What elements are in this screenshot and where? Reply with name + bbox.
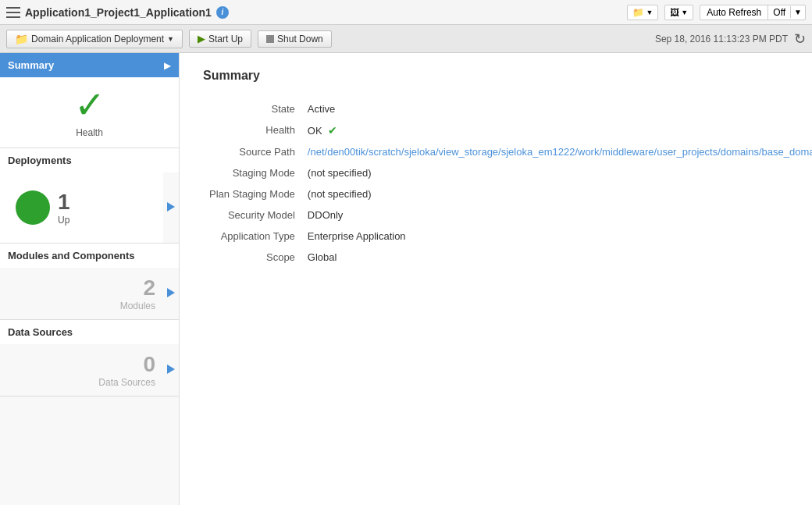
- folder-dropdown-arrow[interactable]: ▼: [646, 9, 653, 16]
- source-path-label: Source Path: [203, 141, 301, 162]
- top-bar: Application1_Project1_Application1 i 📁 ▼…: [0, 0, 812, 25]
- modules-header[interactable]: Modules and Components: [0, 244, 179, 268]
- health-label: Health: [8, 127, 171, 138]
- summary-content: ✓ Health: [0, 77, 179, 148]
- application-type-value: Enterprise Application: [301, 226, 812, 247]
- play-icon: ▶: [198, 33, 205, 44]
- staging-mode-label: Staging Mode: [203, 162, 301, 183]
- plan-staging-label: Plan Staging Mode: [203, 183, 301, 204]
- application-type-label: Application Type: [203, 226, 301, 247]
- security-model-label: Security Model: [203, 204, 301, 226]
- startup-btn[interactable]: ▶ Start Up: [189, 30, 251, 48]
- modules-content: 2 Modules: [0, 268, 163, 319]
- deployments-row: 1 Up: [0, 172, 179, 243]
- modules-row: 2 Modules: [0, 268, 179, 319]
- summary-section: Summary ▶ ✓ Health: [0, 53, 179, 148]
- folder-icon-btn[interactable]: 📁 ▼: [627, 5, 658, 20]
- modules-count: 2: [8, 276, 155, 301]
- modules-arrow[interactable]: [163, 288, 179, 300]
- modules-section: Modules and Components 2 Modules: [0, 244, 179, 320]
- deploy-btn-label: Domain Application Deployment: [31, 34, 164, 44]
- timestamp: Sep 18, 2016 11:13:23 PM PDT: [655, 34, 788, 44]
- source-path-row: Source Path /net/den00tik/scratch/sjelok…: [203, 141, 812, 162]
- datasources-row: 0 Data Sources: [0, 344, 179, 396]
- auto-refresh-group: Auto Refresh Off ▼: [700, 5, 806, 20]
- health-check-mark: ✔: [328, 124, 337, 137]
- shutdown-btn-label: Shut Down: [277, 34, 323, 44]
- deployments-up-label: Up: [58, 215, 70, 226]
- deployments-section: Deployments 1 Up: [0, 148, 179, 244]
- datasources-arrow[interactable]: [163, 365, 179, 376]
- auto-refresh-dropdown[interactable]: ▼: [790, 6, 805, 18]
- folder-deploy-icon: 📁: [15, 33, 28, 45]
- source-path-link[interactable]: /net/den00tik/scratch/sjeloka/view_stora…: [308, 146, 812, 158]
- security-model-value: DDOnly: [301, 204, 812, 226]
- shutdown-btn[interactable]: Shut Down: [258, 30, 332, 48]
- deploy-dropdown-arrow[interactable]: ▼: [167, 35, 174, 43]
- datasources-label: Data Sources: [8, 326, 171, 338]
- content-title: Summary: [203, 69, 789, 83]
- scope-value: Global: [301, 247, 812, 268]
- health-field-value: OK ✔: [301, 119, 812, 141]
- summary-arrow: ▶: [164, 60, 171, 71]
- staging-mode-value: (not specified): [301, 162, 812, 183]
- folder-icon: 📁: [632, 7, 644, 18]
- security-model-row: Security Model DDOnly: [203, 204, 812, 226]
- scope-label: Scope: [203, 247, 301, 268]
- state-row: State Active: [203, 98, 812, 119]
- app-title: Application1_Project1_Application1: [25, 6, 212, 19]
- datasources-section: Data Sources 0 Data Sources: [0, 320, 179, 397]
- image-dropdown-arrow[interactable]: ▼: [681, 9, 688, 16]
- health-row: Health OK ✔: [203, 119, 812, 141]
- deployments-label: Deployments: [8, 155, 171, 166]
- top-bar-right: 📁 ▼ 🖼 ▼ Auto Refresh Off ▼: [627, 5, 806, 20]
- image-icon: 🖼: [670, 7, 679, 18]
- state-value: Active: [301, 98, 812, 119]
- modules-label: Modules and Components: [8, 250, 171, 261]
- top-bar-left: Application1_Project1_Application1 i: [6, 6, 627, 19]
- staging-mode-row: Staging Mode (not specified): [203, 162, 812, 183]
- sidebar: Summary ▶ ✓ Health Deployments 1 Up: [0, 53, 180, 505]
- main-content: Summary State Active Health OK ✔ Source …: [180, 53, 812, 505]
- health-check-icon: ✓: [8, 87, 171, 124]
- deployments-count: 1: [58, 190, 70, 215]
- deployments-header[interactable]: Deployments: [0, 148, 179, 172]
- summary-label: Summary: [8, 59, 164, 71]
- info-icon[interactable]: i: [216, 6, 229, 19]
- toolbar: 📁 Domain Application Deployment ▼ ▶ Star…: [0, 25, 812, 53]
- datasources-content: 0 Data Sources: [0, 344, 163, 396]
- main-layout: Summary ▶ ✓ Health Deployments 1 Up: [0, 53, 812, 505]
- auto-refresh-label: Auto Refresh: [700, 5, 768, 20]
- auto-refresh-state: Off: [768, 5, 790, 20]
- stop-icon: [266, 35, 274, 43]
- deployments-arrow[interactable]: [163, 202, 179, 214]
- plan-staging-value: (not specified): [301, 183, 812, 204]
- green-status-circle: [16, 190, 50, 225]
- source-path-value: /net/den00tik/scratch/sjeloka/view_stora…: [301, 141, 812, 162]
- datasources-count: 0: [8, 352, 155, 377]
- scope-row: Scope Global: [203, 247, 812, 268]
- summary-header[interactable]: Summary ▶: [0, 53, 179, 77]
- health-field-label: Health: [203, 119, 301, 141]
- detail-table: State Active Health OK ✔ Source Path /ne…: [203, 98, 812, 268]
- health-ok-text: OK: [308, 125, 322, 137]
- deployments-content: 1 Up: [0, 172, 163, 243]
- application-type-row: Application Type Enterprise Application: [203, 226, 812, 247]
- modules-sub-label: Modules: [8, 301, 155, 311]
- plan-staging-row: Plan Staging Mode (not specified): [203, 183, 812, 204]
- refresh-btn[interactable]: ↻: [794, 30, 806, 48]
- image-icon-btn[interactable]: 🖼 ▼: [664, 5, 693, 20]
- deploy-btn[interactable]: 📁 Domain Application Deployment ▼: [6, 30, 183, 48]
- menu-icon[interactable]: [6, 7, 20, 18]
- datasources-header[interactable]: Data Sources: [0, 320, 179, 344]
- state-label: State: [203, 98, 301, 119]
- datasources-sub-label: Data Sources: [8, 377, 155, 388]
- startup-btn-label: Start Up: [208, 34, 243, 44]
